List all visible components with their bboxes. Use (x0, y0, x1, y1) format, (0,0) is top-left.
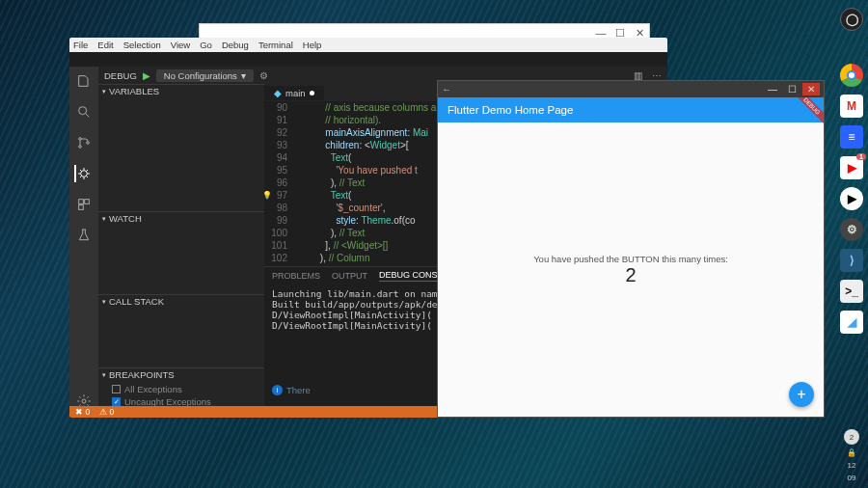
terminal-app-icon[interactable]: >_ (840, 280, 863, 303)
debug-label: DEBUG (104, 70, 137, 81)
status-warnings[interactable]: ⚠ 0 (99, 407, 114, 417)
svg-point-1 (79, 138, 82, 141)
fab-add-button[interactable]: + (789, 382, 814, 407)
emulator-titlebar[interactable]: ← — ☐ ✕ (438, 81, 824, 97)
svg-rect-6 (85, 200, 90, 204)
os-shelf: ◯ M ≡ ▶1 ▶ ⚙ ⟩ >_ ◢ 2 🔒 12 09 (835, 0, 868, 488)
svg-point-3 (87, 142, 90, 145)
debug-settings-icon[interactable]: ⚙ (259, 70, 268, 81)
svg-point-8 (82, 399, 86, 403)
gmail-app-icon[interactable]: M (840, 95, 863, 118)
flask-icon[interactable] (75, 227, 93, 244)
watch-section[interactable]: ▾WATCH (98, 211, 264, 225)
power-icon[interactable]: ◯ (840, 8, 863, 31)
menu-selection[interactable]: Selection (123, 40, 161, 50)
clock-hour: 12 (848, 461, 856, 470)
emulator-close-icon[interactable]: ✕ (802, 83, 820, 95)
editor-tab-main[interactable]: ◆ main (264, 86, 324, 100)
start-debug-icon[interactable]: ▶ (143, 70, 150, 81)
call-stack-section[interactable]: ▾CALL STACK (98, 294, 264, 308)
youtube-app-icon[interactable]: ▶1 (840, 156, 863, 179)
notification-badge[interactable]: 2 (844, 429, 859, 445)
menu-go[interactable]: Go (200, 40, 212, 50)
menu-view[interactable]: View (171, 40, 190, 50)
unsaved-dot-icon (310, 91, 314, 95)
debug-icon[interactable] (74, 165, 92, 182)
debug-side-panel: ▾VARIABLES ▾WATCH ▾CALL STACK ▾BREAKPOIN… (98, 84, 264, 413)
split-editor-icon[interactable]: ▥ (634, 70, 642, 81)
menu-terminal[interactable]: Terminal (258, 40, 293, 50)
menu-edit[interactable]: Edit (97, 40, 113, 50)
chrome-app-icon[interactable] (840, 64, 863, 87)
menu-help[interactable]: Help (303, 40, 322, 50)
svg-point-4 (81, 171, 88, 177)
back-icon[interactable]: ← (442, 84, 451, 95)
docs-app-icon[interactable]: ≡ (840, 125, 863, 149)
source-control-icon[interactable] (75, 134, 93, 151)
flutter-app-icon[interactable]: ◢ (840, 311, 863, 334)
app-title: Flutter Demo Home Page (448, 104, 573, 116)
svg-rect-5 (79, 200, 84, 204)
status-errors[interactable]: ✖ 0 (75, 407, 90, 417)
activity-bar (69, 67, 98, 418)
clock-min: 09 (848, 474, 856, 482)
emulator-body: Flutter Demo Home Page You have pushed t… (438, 97, 824, 417)
svg-point-2 (79, 146, 82, 149)
shelf-tray[interactable]: 2 🔒 12 09 (844, 429, 859, 488)
extensions-icon[interactable] (75, 196, 93, 213)
output-tab[interactable]: OUTPUT (332, 271, 367, 281)
counter-value: 2 (625, 264, 636, 286)
bp-all-exceptions[interactable]: All Exceptions (112, 383, 251, 395)
svg-rect-7 (79, 205, 84, 210)
emulator-window: ← — ☐ ✕ Flutter Demo Home Page You have … (437, 80, 825, 418)
lock-icon[interactable]: 🔒 (847, 448, 856, 457)
counter-label: You have pushed the BUTTON this many tim… (533, 254, 728, 264)
explorer-icon[interactable] (75, 72, 93, 90)
play-store-app-icon[interactable]: ▶ (840, 187, 863, 210)
breakpoints-section[interactable]: ▾BREAKPOINTS (98, 367, 264, 381)
vscode-app-icon[interactable]: ⟩ (840, 249, 863, 272)
more-icon[interactable]: ⋯ (652, 70, 662, 81)
emulator-maximize-icon[interactable]: ☐ (783, 83, 800, 95)
variables-section[interactable]: ▾VARIABLES (98, 84, 264, 97)
info-icon: i (272, 385, 283, 395)
search-icon[interactable] (75, 103, 93, 121)
menu-bar[interactable]: File Edit Selection View Go Debug Termin… (69, 38, 667, 52)
menu-debug[interactable]: Debug (222, 40, 249, 50)
app-bar: Flutter Demo Home Page (438, 97, 824, 122)
debug-config-dropdown[interactable]: No Configurations▾ (156, 69, 254, 82)
emulator-minimize-icon[interactable]: — (764, 83, 781, 95)
problems-tab[interactable]: PROBLEMS (272, 271, 320, 281)
menu-file[interactable]: File (73, 40, 88, 50)
settings-app-icon[interactable]: ⚙ (840, 218, 863, 241)
svg-point-0 (79, 107, 87, 115)
